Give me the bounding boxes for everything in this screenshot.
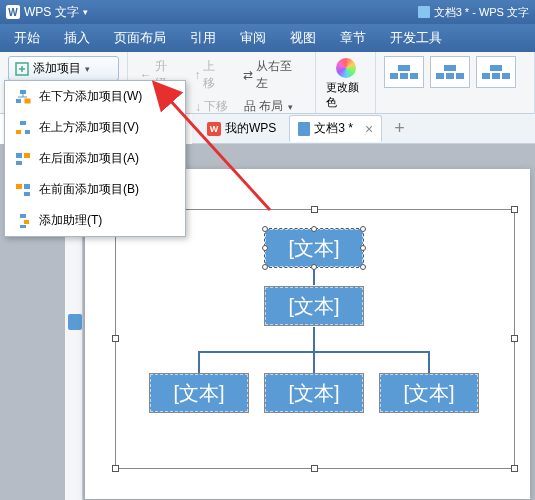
- svg-rect-12: [16, 184, 22, 189]
- org-layout-1[interactable]: [384, 56, 424, 88]
- tab-home[interactable]: 开始: [2, 24, 52, 52]
- new-tab-button[interactable]: +: [386, 118, 413, 139]
- svg-rect-14: [24, 192, 30, 196]
- wps-icon: W: [207, 122, 221, 136]
- svg-rect-15: [20, 214, 26, 218]
- color-wheel-icon: [336, 58, 356, 78]
- add-after-icon: [15, 151, 31, 167]
- org-layout-2[interactable]: [430, 56, 470, 88]
- add-above-icon: [15, 120, 31, 136]
- org-node-root[interactable]: [文本]: [265, 229, 363, 267]
- dropdown-add-below[interactable]: 在下方添加项目(W): [5, 81, 185, 112]
- svg-rect-10: [24, 153, 30, 158]
- app-name: WPS 文字: [24, 4, 79, 21]
- add-before-icon: [15, 182, 31, 198]
- svg-rect-8: [25, 130, 30, 134]
- document-tabs: W 我的WPS 文档3 * × +: [192, 114, 535, 144]
- tab-insert[interactable]: 插入: [52, 24, 102, 52]
- tab-view[interactable]: 视图: [278, 24, 328, 52]
- svg-rect-17: [20, 225, 26, 228]
- svg-rect-3: [25, 99, 30, 103]
- title-bar: W WPS 文字 ▾ 文档3 * - WPS 文字: [0, 0, 535, 24]
- dropdown-add-before[interactable]: 在前面添加项目(B): [5, 174, 185, 205]
- tab-my-wps[interactable]: W 我的WPS: [198, 115, 285, 142]
- org-node-2[interactable]: [文本]: [265, 287, 363, 325]
- svg-rect-6: [20, 121, 26, 125]
- add-below-icon: [15, 89, 31, 105]
- add-assistant-icon: [15, 213, 31, 229]
- tab-developer[interactable]: 开发工具: [378, 24, 454, 52]
- tab-layout[interactable]: 页面布局: [102, 24, 178, 52]
- svg-rect-9: [16, 153, 22, 158]
- tab-chapter[interactable]: 章节: [328, 24, 378, 52]
- tab-doc3[interactable]: 文档3 * ×: [289, 115, 382, 142]
- arrow-down-icon: ↓: [195, 100, 201, 114]
- svg-rect-16: [24, 220, 29, 224]
- rtl-icon: ⇄: [243, 68, 253, 82]
- rtl-button[interactable]: ⇄从右至左: [239, 56, 307, 94]
- dropdown-add-above[interactable]: 在上方添加项目(V): [5, 112, 185, 143]
- doc-icon: [418, 6, 430, 18]
- svg-rect-7: [16, 130, 21, 134]
- svg-rect-11: [16, 161, 22, 165]
- move-down-button[interactable]: ↓下移: [191, 96, 232, 117]
- dropdown-indicator[interactable]: ▾: [83, 7, 88, 17]
- menu-bar: 开始 插入 页面布局 引用 审阅 视图 章节 开发工具: [0, 24, 535, 52]
- arrow-up-icon: ↑: [194, 68, 200, 82]
- layout-button[interactable]: 品布局▾: [240, 96, 297, 117]
- svg-rect-1: [20, 90, 26, 94]
- org-node-5[interactable]: [文本]: [380, 374, 478, 412]
- doc-icon: [298, 122, 310, 136]
- svg-rect-13: [24, 184, 30, 189]
- move-up-button[interactable]: ↑上移: [190, 56, 231, 94]
- dropdown-add-after[interactable]: 在后面添加项目(A): [5, 143, 185, 174]
- org-node-3[interactable]: [文本]: [150, 374, 248, 412]
- org-layout-3[interactable]: [476, 56, 516, 88]
- dropdown-add-assistant[interactable]: 添加助理(T): [5, 205, 185, 236]
- doc-title: 文档3 * - WPS 文字: [434, 5, 529, 20]
- org-node-4[interactable]: [文本]: [265, 374, 363, 412]
- chevron-down-icon: ▾: [85, 64, 90, 74]
- add-item-label: 添加项目: [33, 60, 81, 77]
- change-color-button[interactable]: 更改颜色: [324, 56, 367, 112]
- svg-rect-2: [16, 99, 21, 103]
- add-item-button[interactable]: 添加项目 ▾: [8, 56, 119, 81]
- page-indicator-icon: [68, 314, 82, 330]
- add-item-dropdown: 在下方添加项目(W) 在上方添加项目(V) 在后面添加项目(A) 在前面添加项目…: [4, 80, 186, 237]
- tab-review[interactable]: 审阅: [228, 24, 278, 52]
- app-icon: W: [6, 5, 20, 19]
- layout-icon: 品: [244, 98, 256, 115]
- tab-references[interactable]: 引用: [178, 24, 228, 52]
- close-icon[interactable]: ×: [365, 121, 373, 137]
- add-item-icon: [15, 62, 29, 76]
